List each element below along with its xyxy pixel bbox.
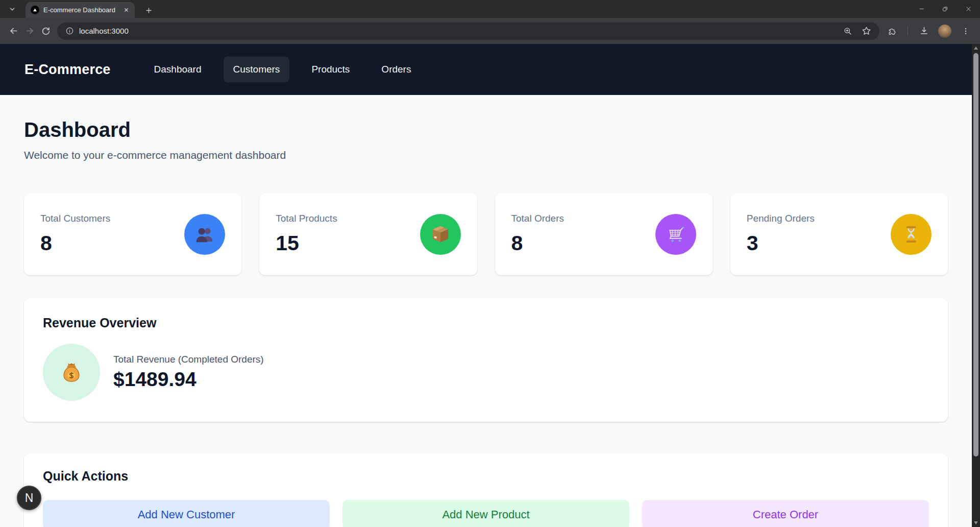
brand-logo[interactable]: E-Commerce xyxy=(24,62,111,78)
omnibox-actions xyxy=(843,26,871,36)
reload-button[interactable] xyxy=(38,23,54,39)
scrollbar-up-arrow-icon[interactable] xyxy=(974,46,978,50)
quick-actions-card: Quick Actions Add New Customer Add New P… xyxy=(24,453,948,527)
primary-nav: Dashboard Customers Products Orders xyxy=(144,57,421,82)
main-content: Dashboard Welcome to your e-commerce man… xyxy=(0,95,972,527)
cart-icon xyxy=(655,214,696,255)
browser-toolbar: localhost:3000 xyxy=(0,18,980,44)
nav-link-customers[interactable]: Customers xyxy=(224,57,290,82)
add-new-product-button[interactable]: Add New Product xyxy=(342,500,629,527)
stats-row: Total Customers 8 Total Pro xyxy=(24,193,948,275)
people-icon xyxy=(184,214,225,255)
stat-card-pending-orders: Pending Orders 3 xyxy=(730,193,948,275)
quick-actions-heading: Quick Actions xyxy=(43,469,929,484)
stat-value: 3 xyxy=(747,231,815,255)
url-text[interactable]: localhost:3000 xyxy=(79,27,129,35)
page-title: Dashboard xyxy=(24,118,948,141)
site-navbar: E-Commerce Dashboard Customers Products … xyxy=(0,44,972,95)
stat-label: Total Customers xyxy=(40,213,110,224)
toolbar-divider xyxy=(908,27,908,36)
page-viewport: E-Commerce Dashboard Customers Products … xyxy=(0,44,980,527)
toolbar-actions xyxy=(884,23,974,39)
browser-tab[interactable]: E-commerce Dashboard xyxy=(26,2,135,18)
forward-button[interactable] xyxy=(21,23,38,39)
stat-value: 8 xyxy=(511,231,564,255)
browser-window: E-commerce Dashboard xyxy=(0,0,980,527)
page-scrollbar[interactable] xyxy=(972,44,980,527)
back-button[interactable] xyxy=(5,23,21,39)
address-bar[interactable]: localhost:3000 xyxy=(57,22,879,40)
tab-title: E-commerce Dashboard xyxy=(43,6,117,14)
stat-card-total-customers: Total Customers 8 xyxy=(24,193,241,275)
new-tab-button[interactable] xyxy=(142,4,155,17)
stat-label: Pending Orders xyxy=(747,213,815,224)
page-subtitle: Welcome to your e-commerce management da… xyxy=(24,149,948,161)
package-icon xyxy=(420,214,461,255)
bookmark-star-icon[interactable] xyxy=(862,26,871,36)
stat-value: 15 xyxy=(276,231,337,255)
window-controls xyxy=(910,0,980,18)
stat-label: Total Orders xyxy=(511,213,564,224)
money-bag-icon xyxy=(43,344,100,401)
close-window-button[interactable] xyxy=(957,0,980,18)
nextjs-dev-badge[interactable]: N xyxy=(17,486,41,510)
revenue-overview-card: Revenue Overview Total Revenue (Complete… xyxy=(24,298,948,422)
extensions-icon[interactable] xyxy=(884,23,900,39)
restore-button[interactable] xyxy=(933,0,957,18)
nav-link-products[interactable]: Products xyxy=(302,57,359,82)
zoom-icon[interactable] xyxy=(843,27,852,36)
menu-kebab-icon[interactable] xyxy=(958,23,974,39)
triangle-favicon-icon xyxy=(31,6,39,14)
nav-link-orders[interactable]: Orders xyxy=(372,57,421,82)
revenue-label: Total Revenue (Completed Orders) xyxy=(113,354,264,365)
minimize-button[interactable] xyxy=(910,0,933,18)
add-new-customer-button[interactable]: Add New Customer xyxy=(43,500,330,527)
tab-strip: E-commerce Dashboard xyxy=(0,0,980,18)
stat-card-total-products: Total Products 15 xyxy=(259,193,477,275)
nav-link-dashboard[interactable]: Dashboard xyxy=(144,57,211,82)
hourglass-icon xyxy=(891,214,932,255)
revenue-value: $1489.94 xyxy=(113,368,264,391)
revenue-heading: Revenue Overview xyxy=(43,316,929,330)
downloads-icon[interactable] xyxy=(916,23,932,39)
tab-search-button[interactable] xyxy=(5,3,19,15)
stat-label: Total Products xyxy=(276,213,337,224)
stat-card-total-orders: Total Orders 8 xyxy=(495,193,713,275)
create-order-button[interactable]: Create Order xyxy=(642,500,929,527)
quick-actions-row: Add New Customer Add New Product Create … xyxy=(43,500,929,527)
chevron-down-icon xyxy=(9,6,16,13)
profile-avatar[interactable] xyxy=(938,25,951,38)
scrollbar-thumb[interactable] xyxy=(973,53,978,457)
site-info-icon[interactable] xyxy=(65,27,74,35)
scrollbar-down-arrow-icon[interactable] xyxy=(974,521,978,524)
revenue-row: Total Revenue (Completed Orders) $1489.9… xyxy=(43,344,929,401)
tab-close-icon[interactable] xyxy=(121,6,131,15)
stat-value: 8 xyxy=(40,231,110,255)
